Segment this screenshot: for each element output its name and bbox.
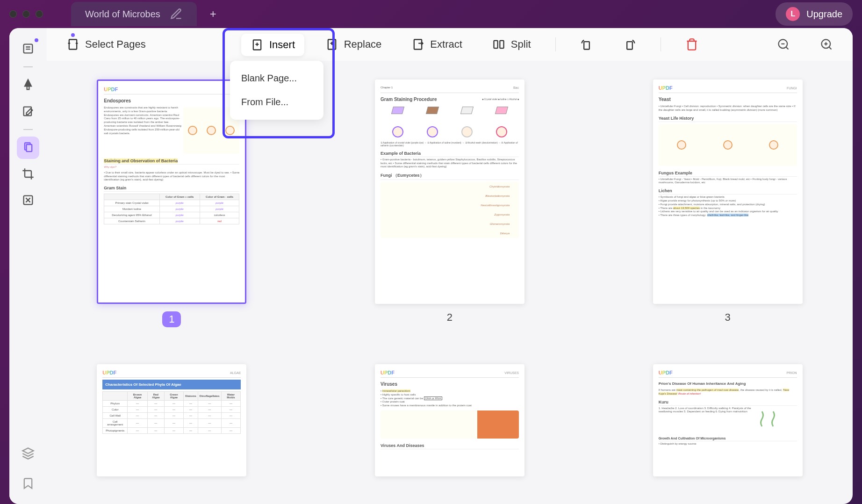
thumb-logo: UPDF (659, 85, 673, 91)
thumb-category: Bac (513, 86, 519, 89)
sidebar (9, 28, 47, 504)
rotate-left-button[interactable] (575, 34, 599, 55)
thumb-steps: ① Application of crystal violet (purple … (381, 141, 519, 147)
edit-mode-icon[interactable] (17, 100, 39, 122)
thumb-bullets: • Due to their small size, bacteria appe… (104, 171, 239, 182)
svg-rect-9 (69, 40, 77, 50)
insert-icon (251, 38, 264, 51)
thumb-section: Viruses And Diseases (381, 443, 519, 449)
thumb-section2: Fungi （Eumycetes） (381, 173, 519, 180)
page-number: 3 (725, 311, 731, 324)
minimize-window-button[interactable] (22, 10, 30, 18)
svg-rect-11 (414, 40, 422, 50)
from-file-item[interactable]: From File... (236, 90, 318, 114)
svg-marker-8 (22, 448, 33, 454)
thumb-section3: Lichen (659, 188, 797, 194)
rotate-right-button[interactable] (618, 34, 642, 55)
thumb-title: Gram Staining Procedure (381, 97, 437, 102)
thumb-bullets: 1. Headache 2. Loss of coordination 3. D… (659, 407, 757, 433)
thumb-bullets: • Unicellular Fungi • Cell division: rep… (659, 105, 797, 112)
thumb-section2: Fungus Example (659, 171, 797, 177)
page-item-2[interactable]: Chapter 1 Bac Gram Staining Procedure ■ … (353, 79, 547, 336)
bookmark-icon[interactable] (17, 472, 39, 495)
title-bar: World of Microbes + L Upgrade (0, 0, 862, 28)
page-number: 2 (447, 311, 453, 324)
svg-rect-13 (500, 41, 503, 48)
thumb-title: Viruses (381, 382, 519, 387)
insert-button[interactable]: Insert (241, 34, 304, 56)
page-thumbnail: UPDF VIRUSES Viruses • Intracellular par… (375, 364, 524, 476)
content-area: Select Pages Replace Extract Split (47, 28, 853, 504)
thumb-section2: Growth And Cultivation Of Microorganisms (659, 437, 797, 441)
svg-rect-12 (494, 41, 497, 48)
page-thumbnail: UPDF ALGAE Characteristics Of Selected P… (97, 364, 246, 476)
split-button[interactable]: Split (487, 34, 537, 55)
blank-page-item[interactable]: Blank Page... (236, 66, 318, 90)
zoom-out-button[interactable] (771, 34, 796, 55)
thumb-section: Yeast Life History (659, 116, 797, 122)
edit-tab-icon[interactable] (170, 7, 183, 21)
zoom-in-button[interactable] (814, 34, 839, 55)
thumb-section: Staining and Observation of Bacteria (104, 158, 178, 163)
thumb-bullets: • Gram-positive bacteria - botulinum, te… (381, 158, 519, 169)
thumb-logo: UPDF (659, 370, 673, 375)
thumb-logo: UPDF (381, 370, 395, 375)
main-window: Select Pages Replace Extract Split (9, 28, 853, 504)
reader-mode-icon[interactable] (17, 37, 39, 60)
replace-button[interactable]: Replace (320, 34, 388, 55)
thumb-why: Why dye? (104, 166, 239, 169)
tab-title: World of Microbes (85, 9, 160, 20)
document-tab[interactable]: World of Microbes (71, 2, 197, 26)
thumb-title: Yeast (659, 97, 797, 102)
thumb-logo: UPDF (104, 86, 118, 92)
page-thumbnail: UPDF FUNGI Yeast • Unicellular Fungi • C… (653, 79, 803, 304)
thumb-category: FUNGI (787, 86, 797, 90)
page-item-4[interactable]: UPDF ALGAE Characteristics Of Selected P… (75, 364, 269, 485)
toolbar: Select Pages Replace Extract Split (47, 28, 853, 61)
thumb-category: PRION (786, 371, 797, 374)
page-thumbnail-grid: UPDF BACT Endospores Endospores are cons… (47, 61, 853, 504)
select-pages-label: Select Pages (85, 38, 146, 50)
svg-rect-6 (27, 144, 32, 151)
gram-stain-table: Color of Gram + cellsColor of Gram - cel… (104, 194, 239, 224)
thumb-bullets: • Intracellular parasitism• Highly speci… (381, 389, 519, 408)
thumb-bullets2: • Unicellular Fungi - Yeast • Mold - Pen… (659, 178, 797, 185)
thumb-title: Prion's Disease Of Human Inheritance And… (659, 382, 797, 386)
thumb-section: Kuru (659, 400, 797, 406)
crop-mode-icon[interactable] (17, 163, 39, 185)
close-window-button[interactable] (9, 10, 17, 18)
upgrade-label: Upgrade (806, 9, 842, 20)
svg-line-17 (786, 47, 789, 50)
page-thumbnail: UPDF PRION Prion's Disease Of Human Inhe… (653, 364, 803, 476)
page-item-6[interactable]: UPDF PRION Prion's Disease Of Human Inhe… (631, 364, 825, 485)
redact-mode-icon[interactable] (17, 189, 39, 211)
page-item-5[interactable]: UPDF VIRUSES Viruses • Intracellular par… (353, 364, 547, 485)
thumb-bullets3: • Symbiosis of fungi and algae or blue-g… (659, 195, 797, 217)
thumb-logo: UPDF (102, 370, 116, 375)
page-thumbnail: UPDF BACT Endospores Endospores are cons… (97, 79, 246, 304)
maximize-window-button[interactable] (36, 10, 43, 18)
insert-label: Insert (269, 39, 295, 51)
insert-dropdown-menu: Blank Page... From File... (230, 61, 323, 120)
select-pages-button[interactable]: Select Pages (61, 34, 151, 55)
thumb-category: ALGAE (230, 371, 241, 374)
page-item-3[interactable]: UPDF FUNGI Yeast • Unicellular Fungi • C… (631, 79, 825, 336)
annotate-mode-icon[interactable] (17, 74, 39, 96)
algae-table: Brown AlgaeRed AlgaeGreen AlgaeDiatomsDi… (102, 391, 241, 434)
thumb-body: If humans eat meat containing the pathog… (659, 389, 797, 396)
new-tab-button[interactable]: + (206, 4, 220, 24)
thumb-section2: Gram Stain (104, 186, 239, 192)
svg-rect-15 (627, 42, 632, 49)
delete-button[interactable] (680, 34, 704, 55)
page-thumbnail: Chapter 1 Bac Gram Staining Procedure ■ … (375, 79, 524, 304)
organize-pages-icon[interactable] (17, 137, 39, 159)
extract-button[interactable]: Extract (406, 34, 467, 55)
thumb-body: Endospores are constructs that are highl… (104, 106, 181, 155)
svg-rect-14 (584, 42, 589, 49)
thumb-chapter: Chapter 1 (381, 86, 393, 90)
extract-label: Extract (430, 38, 462, 50)
layers-icon[interactable] (17, 442, 39, 465)
thumb-category: VIRUSES (504, 371, 519, 374)
thumb-title: Endospores (104, 98, 239, 103)
upgrade-button[interactable]: L Upgrade (776, 2, 853, 26)
